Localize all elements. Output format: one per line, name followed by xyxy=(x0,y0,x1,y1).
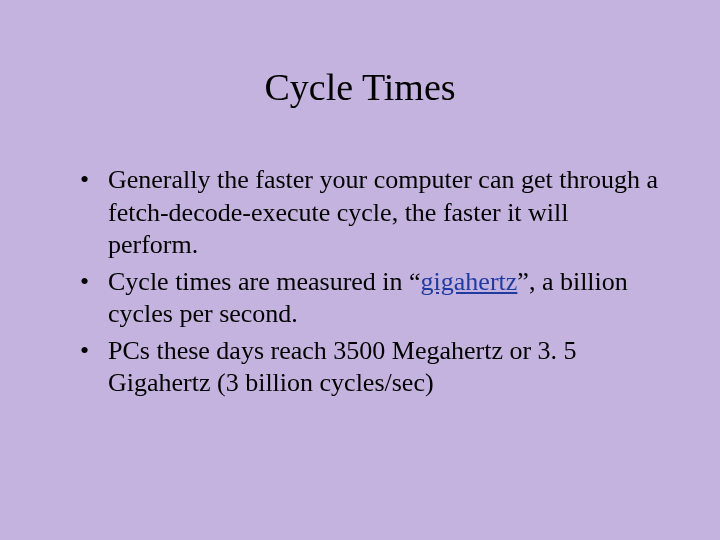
slide-container: Cycle Times Generally the faster your co… xyxy=(0,0,720,540)
list-item: Generally the faster your computer can g… xyxy=(80,164,660,262)
bullet-list: Generally the faster your computer can g… xyxy=(60,164,660,400)
slide-title: Cycle Times xyxy=(60,65,660,109)
bullet-text: PCs these days reach 3500 Megahertz or 3… xyxy=(108,336,577,398)
bullet-text: Generally the faster your computer can g… xyxy=(108,165,658,259)
list-item: Cycle times are measured in “gigahertz”,… xyxy=(80,266,660,331)
list-item: PCs these days reach 3500 Megahertz or 3… xyxy=(80,335,660,400)
bullet-text-before: Cycle times are measured in “ xyxy=(108,267,421,296)
gigahertz-link[interactable]: gigahertz xyxy=(421,267,518,296)
